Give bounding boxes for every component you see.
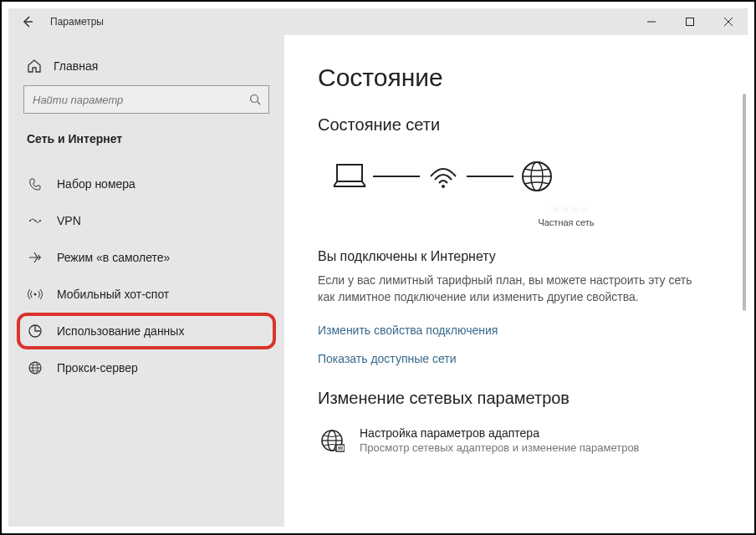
globe-icon (27, 359, 43, 376)
network-type-label: Частная сеть (418, 217, 714, 227)
sidebar-section-label: Сеть и Интернет (8, 132, 284, 154)
sidebar-item-label: Мобильный хот-спот (57, 288, 169, 301)
svg-point-5 (251, 95, 258, 103)
network-ssid-blurred: －－－－ (427, 203, 714, 216)
change-network-params-heading: Изменение сетевых параметров (318, 389, 714, 408)
search-box (23, 85, 269, 114)
change-connection-properties-link[interactable]: Изменить свойства подключения (318, 324, 714, 337)
svg-line-6 (258, 102, 261, 105)
sidebar-item-label: VPN (57, 214, 81, 227)
adapter-title: Настройка параметров адаптера (360, 426, 640, 440)
svg-point-10 (34, 293, 37, 296)
outer-frame: Параметры Главная (0, 0, 756, 535)
maximize-button[interactable] (671, 8, 709, 35)
svg-rect-23 (336, 445, 345, 451)
svg-rect-15 (337, 165, 362, 181)
home-label: Главная (54, 59, 98, 73)
content-panel: Состояние Состояние сети －－－－ Частная се… (284, 35, 748, 527)
svg-point-16 (442, 185, 445, 188)
sidebar-item-label: Набор номера (57, 177, 135, 191)
sidebar-item-airplane[interactable]: Режим «в самолете» (8, 239, 284, 276)
adapter-settings-link[interactable]: Настройка параметров адаптера Просмотр с… (318, 426, 714, 455)
connected-description: Если у вас лимитный тарифный план, вы мо… (318, 273, 711, 305)
settings-window: Параметры Главная (8, 8, 748, 527)
home-link[interactable]: Главная (8, 52, 284, 85)
search-wrap (8, 85, 284, 132)
adapter-icon (318, 426, 346, 455)
search-input[interactable] (23, 85, 269, 114)
network-status-title: Состояние сети (318, 115, 714, 135)
sidebar-item-data-usage-highlighted[interactable]: Использование данных (17, 313, 276, 349)
network-diagram (326, 153, 714, 200)
titlebar: Параметры (8, 8, 748, 35)
window-controls (632, 8, 748, 35)
show-available-networks-link[interactable]: Показать доступные сети (318, 352, 714, 365)
page-title: Состояние (318, 64, 714, 92)
sidebar: Главная Сеть и Интернет Набор номера (8, 35, 284, 527)
hotspot-icon (27, 286, 43, 303)
connected-title: Вы подключены к Интернету (318, 249, 714, 264)
titlebar-left: Параметры (8, 14, 104, 29)
search-icon (249, 94, 261, 105)
body: Главная Сеть и Интернет Набор номера (8, 35, 748, 527)
laptop-icon (326, 153, 373, 200)
wifi-icon (420, 153, 467, 200)
sidebar-item-proxy[interactable]: Прокси-сервер (8, 349, 284, 386)
phone-icon (27, 176, 43, 192)
sidebar-item-label: Режим «в самолете» (57, 251, 170, 264)
adapter-text: Настройка параметров адаптера Просмотр с… (360, 426, 640, 454)
back-button[interactable] (20, 14, 35, 29)
minimize-button[interactable] (632, 8, 671, 35)
sidebar-nav: Набор номера VPN Режим «в самолете» (8, 166, 284, 386)
sidebar-item-dialup[interactable]: Набор номера (8, 166, 284, 202)
vpn-icon (27, 212, 43, 229)
adapter-desc: Просмотр сетевых адаптеров и изменение п… (360, 441, 640, 454)
close-button[interactable] (709, 8, 748, 35)
window-title: Параметры (50, 16, 104, 28)
home-icon (27, 59, 42, 74)
connection-line (467, 176, 513, 177)
sidebar-item-vpn[interactable]: VPN (8, 202, 284, 239)
sidebar-item-label: Использование данных (57, 324, 184, 338)
connection-line (373, 176, 420, 177)
data-usage-icon (27, 323, 43, 339)
sidebar-item-hotspot[interactable]: Мобильный хот-спот (8, 276, 284, 313)
sidebar-item-label: Прокси-сервер (57, 361, 138, 374)
airplane-icon (27, 249, 43, 266)
internet-globe-icon (513, 153, 560, 200)
scrollbar[interactable] (743, 94, 746, 311)
svg-rect-2 (687, 18, 694, 26)
